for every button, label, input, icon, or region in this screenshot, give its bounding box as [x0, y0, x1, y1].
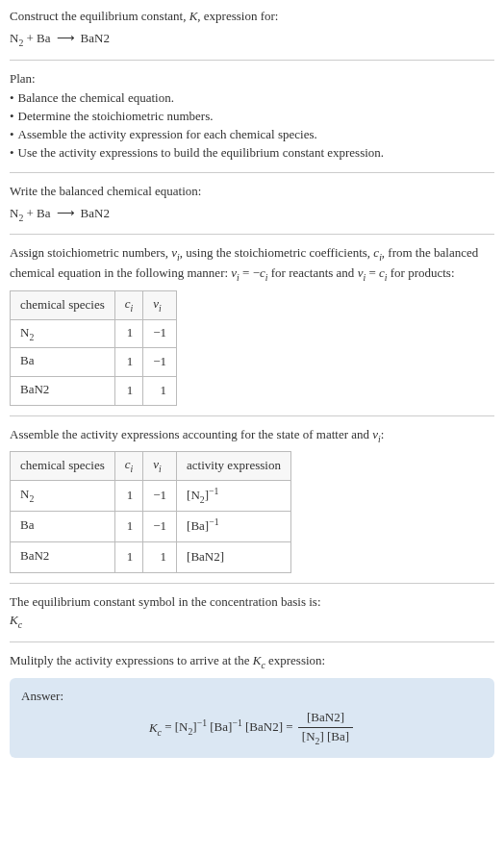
col-ci: ci: [114, 290, 143, 319]
header-text-b: , expression for:: [197, 9, 278, 23]
col-ci: ci: [114, 452, 143, 481]
plus: +: [23, 206, 37, 220]
table-header-row: chemical species ci νi: [11, 290, 177, 319]
Kc-symbol: Kc: [10, 612, 494, 632]
bullet-icon: •: [10, 108, 14, 126]
divider: [10, 60, 494, 61]
arrow-icon: ⟶: [57, 205, 75, 223]
bullet-icon: •: [10, 89, 14, 108]
answer-box: Answer: Kc = [N2]−1 [Ba]−1 [BaN2] = [BaN…: [10, 678, 494, 758]
cell-nui: −1: [143, 348, 177, 377]
divider: [10, 583, 494, 584]
activity-intro: Assemble the activity expressions accoun…: [10, 426, 494, 446]
header-equation: N2 + Ba⟶BaN2: [10, 30, 494, 50]
cell-expr: [BaN2]: [177, 542, 291, 573]
cell-nui: −1: [143, 319, 177, 348]
cell-species: BaN2: [11, 542, 115, 573]
plan-item-text: Assemble the activity expression for eac…: [18, 126, 317, 144]
fraction: [BaN2][N2] [Ba]: [298, 709, 353, 748]
plan-item-text: Determine the stoichiometric numbers.: [18, 108, 214, 126]
table-row: BaN2 1 1 [BaN2]: [11, 542, 291, 573]
reactant1: N2: [10, 206, 23, 220]
reactant2: Ba: [37, 206, 50, 220]
table-row: BaN2 1 1: [11, 376, 177, 405]
symbol-intro: The equilibrium constant symbol in the c…: [10, 593, 494, 612]
cell-species: N2: [11, 481, 115, 512]
cell-expr: [N2]−1: [177, 481, 291, 512]
table-header-row: chemical species ci νi activity expressi…: [11, 452, 291, 481]
balanced-section: Write the balanced chemical equation: N2…: [10, 183, 494, 225]
header-prompt: Construct the equilibrium constant, K, e…: [10, 8, 494, 26]
activity-section: Assemble the activity expressions accoun…: [10, 426, 494, 574]
cell-species: Ba: [11, 348, 115, 377]
cell-species: N2: [11, 319, 115, 348]
fraction-denominator: [N2] [Ba]: [298, 728, 353, 748]
plan-item: •Use the activity expressions to build t…: [10, 144, 494, 163]
cell-ci: 1: [114, 542, 143, 573]
plan-item: •Balance the chemical equation.: [10, 89, 494, 108]
divider: [10, 415, 494, 416]
plus: +: [23, 31, 37, 45]
table-row: Ba 1 −1 [Ba]−1: [11, 512, 291, 542]
table-row: N2 1 −1: [11, 319, 177, 348]
cell-ci: 1: [114, 512, 143, 542]
cell-ci: 1: [114, 348, 143, 377]
header-section: Construct the equilibrium constant, K, e…: [10, 8, 494, 50]
stoich-section: Assign stoichiometric numbers, νi, using…: [10, 244, 494, 405]
plan-title: Plan:: [10, 70, 494, 88]
divider: [10, 234, 494, 235]
cell-expr: [Ba]−1: [177, 512, 291, 542]
cell-ci: 1: [114, 319, 143, 348]
reactant1: N2: [10, 31, 23, 45]
cell-species: Ba: [11, 512, 115, 542]
product: BaN2: [81, 206, 110, 220]
cell-nui: 1: [143, 542, 177, 573]
plan-section: Plan: •Balance the chemical equation. •D…: [10, 70, 494, 163]
col-expr: activity expression: [177, 452, 291, 481]
answer-expression: Kc = [N2]−1 [Ba]−1 [BaN2] = [BaN2][N2] […: [21, 709, 483, 748]
bullet-icon: •: [10, 144, 14, 163]
plan-item: •Assemble the activity expression for ea…: [10, 126, 494, 144]
symbol-section: The equilibrium constant symbol in the c…: [10, 593, 494, 632]
plan-item: •Determine the stoichiometric numbers.: [10, 108, 494, 126]
nu-i: νi: [171, 245, 180, 260]
balanced-equation: N2 + Ba⟶BaN2: [10, 205, 494, 225]
header-text-a: Construct the equilibrium constant,: [10, 9, 189, 23]
plan-item-text: Balance the chemical equation.: [18, 89, 174, 108]
col-nui: νi: [143, 290, 177, 319]
divider: [10, 641, 494, 642]
col-species: chemical species: [11, 290, 115, 319]
divider: [10, 172, 494, 173]
bullet-icon: •: [10, 126, 14, 144]
activity-table: chemical species ci νi activity expressi…: [10, 451, 291, 573]
plan-item-text: Use the activity expressions to build th…: [18, 144, 385, 163]
multiply-intro: Mulitply the activity expressions to arr…: [10, 652, 494, 672]
plan-list: •Balance the chemical equation. •Determi…: [10, 89, 494, 162]
multiply-section: Mulitply the activity expressions to arr…: [10, 652, 494, 758]
cell-ci: 1: [114, 481, 143, 512]
product: BaN2: [81, 31, 110, 45]
table-row: N2 1 −1 [N2]−1: [11, 481, 291, 512]
arrow-icon: ⟶: [57, 30, 75, 48]
answer-label: Answer:: [21, 688, 483, 706]
c-i: ci: [373, 245, 382, 260]
cell-ci: 1: [114, 376, 143, 405]
col-species: chemical species: [11, 452, 115, 481]
cell-nui: −1: [143, 512, 177, 542]
balanced-intro: Write the balanced chemical equation:: [10, 183, 494, 201]
col-nui: νi: [143, 452, 177, 481]
reactant2: Ba: [37, 31, 50, 45]
cell-nui: 1: [143, 376, 177, 405]
stoich-table: chemical species ci νi N2 1 −1 Ba 1 −1 B…: [10, 290, 177, 406]
table-row: Ba 1 −1: [11, 348, 177, 377]
fraction-numerator: [BaN2]: [298, 709, 353, 728]
cell-nui: −1: [143, 481, 177, 512]
cell-species: BaN2: [11, 376, 115, 405]
stoich-intro: Assign stoichiometric numbers, νi, using…: [10, 244, 494, 284]
